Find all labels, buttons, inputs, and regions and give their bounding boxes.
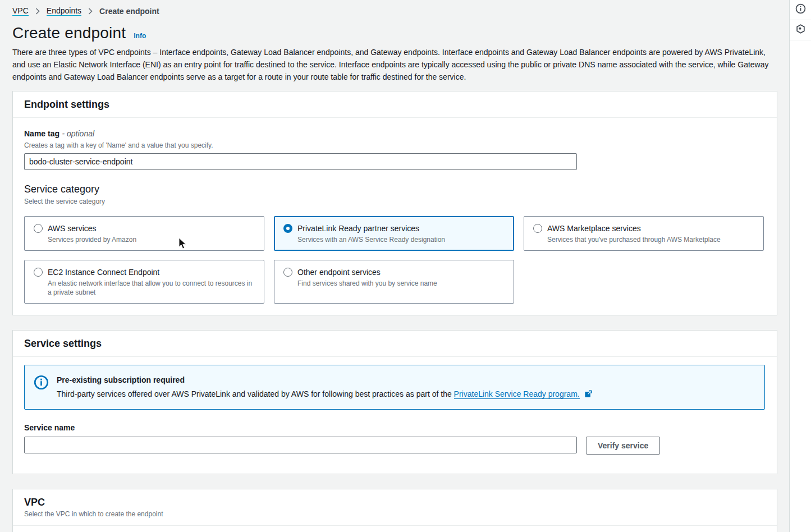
- breadcrumb-link-endpoints[interactable]: Endpoints: [47, 6, 81, 16]
- breadcrumb-link-vpc[interactable]: VPC: [12, 6, 29, 16]
- card-description: Find services shared with you by service…: [297, 279, 437, 288]
- breadcrumb-current: Create endpoint: [99, 7, 159, 16]
- external-link-icon[interactable]: [584, 389, 592, 401]
- card-description: Services that you've purchased through A…: [547, 235, 721, 244]
- card-description: An elastic network interface that allow …: [48, 279, 255, 297]
- service-category-options: AWS services Services provided by Amazon…: [24, 216, 766, 304]
- service-category-description: Select the service category: [24, 197, 766, 206]
- radio-icon[interactable]: [34, 268, 43, 277]
- chevron-right-icon: [88, 8, 93, 15]
- alert-message: Third-party services offered over AWS Pr…: [57, 388, 592, 401]
- name-tag-constraint: Creates a tag with a key of 'Name' and a…: [24, 141, 766, 150]
- endpoint-settings-section: Endpoint settings Name tag - optional Cr…: [12, 91, 777, 315]
- radio-card-privatelink-ready[interactable]: PrivateLink Ready partner services Servi…: [274, 216, 514, 251]
- info-panel-button[interactable]: [790, 0, 811, 20]
- card-title: Other endpoint services: [297, 267, 437, 278]
- vpc-section-description: Select the VPC in which to create the en…: [24, 510, 766, 519]
- card-description: Services with an AWS Service Ready desig…: [297, 235, 445, 244]
- info-circle-icon: [34, 375, 49, 401]
- radio-card-other-endpoint-services[interactable]: Other endpoint services Find services sh…: [274, 260, 514, 304]
- info-alert: Pre-existing subscription required Third…: [24, 365, 765, 410]
- card-title: AWS Marketplace services: [547, 223, 721, 234]
- card-title: PrivateLink Ready partner services: [297, 223, 445, 234]
- radio-icon[interactable]: [533, 224, 542, 233]
- alert-title: Pre-existing subscription required: [57, 374, 592, 386]
- verify-service-button[interactable]: Verify service: [586, 437, 660, 455]
- service-settings-section: Service settings Pre-existing subscripti…: [12, 330, 777, 474]
- radio-icon[interactable]: [283, 224, 292, 233]
- radio-card-aws-services[interactable]: AWS services Services provided by Amazon: [24, 216, 264, 251]
- privatelink-program-link[interactable]: PrivateLink Service Ready program.: [454, 389, 580, 399]
- section-title: Endpoint settings: [24, 98, 766, 111]
- page-title: Create endpoint: [12, 24, 126, 42]
- name-tag-label: Name tag: [24, 129, 59, 138]
- card-title: EC2 Instance Connect Endpoint: [48, 267, 255, 278]
- info-link[interactable]: Info: [134, 32, 146, 40]
- section-title: Service settings: [24, 337, 766, 350]
- name-tag-input[interactable]: [24, 153, 577, 170]
- tools-rail: [789, 0, 811, 532]
- radio-icon[interactable]: [34, 224, 43, 233]
- radio-card-aws-marketplace[interactable]: AWS Marketplace services Services that y…: [524, 216, 764, 251]
- section-title: VPC: [24, 496, 766, 508]
- radio-icon[interactable]: [283, 268, 292, 277]
- chevron-right-icon: [35, 8, 40, 15]
- page-description: There are three types of VPC endpoints –…: [12, 46, 776, 83]
- service-name-label: Service name: [24, 422, 766, 433]
- amazon-q-icon: [795, 24, 806, 36]
- card-description: Services provided by Amazon: [48, 235, 136, 244]
- service-category-label: Service category: [24, 182, 766, 196]
- info-circle-icon: [795, 3, 806, 16]
- main-content: VPC Endpoints Create endpoint Create end…: [0, 0, 789, 532]
- breadcrumb: VPC Endpoints Create endpoint: [12, 6, 777, 16]
- vpc-section: VPC Select the VPC in which to create th…: [12, 489, 777, 532]
- radio-card-ec2-instance-connect[interactable]: EC2 Instance Connect Endpoint An elastic…: [24, 260, 264, 304]
- amazon-q-panel-button[interactable]: [790, 20, 811, 40]
- card-title: AWS services: [48, 223, 136, 234]
- service-name-input[interactable]: [24, 437, 577, 453]
- name-tag-optional: - optional: [62, 129, 94, 138]
